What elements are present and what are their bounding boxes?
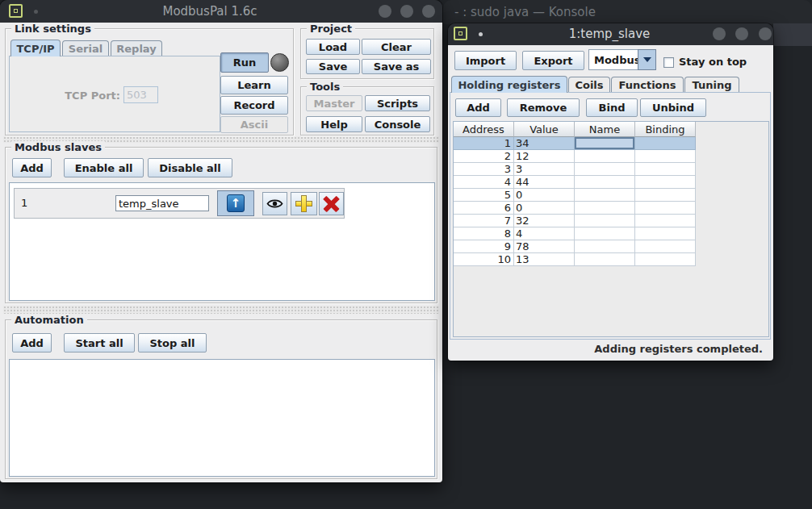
splitter-handle-bottom[interactable] xyxy=(3,306,439,314)
name-cell[interactable] xyxy=(575,150,635,163)
value-cell[interactable]: 34 xyxy=(514,137,575,150)
start-all-button[interactable]: Start all xyxy=(64,333,135,353)
tcp-port-input[interactable] xyxy=(123,86,158,103)
tab-holding-registers[interactable]: Holding registers xyxy=(451,76,567,93)
value-cell[interactable]: 78 xyxy=(514,240,575,253)
automation-add-button[interactable]: Add xyxy=(12,333,52,353)
tab-functions[interactable]: Functions xyxy=(611,77,684,93)
address-cell[interactable]: 5 xyxy=(454,189,514,202)
column-header-name[interactable]: Name xyxy=(575,122,635,137)
combobox-arrow-button[interactable] xyxy=(638,49,656,70)
table-row[interactable]: 50 xyxy=(454,189,696,202)
name-cell[interactable] xyxy=(575,215,635,227)
binding-cell[interactable] xyxy=(635,240,696,253)
export-button[interactable]: Export xyxy=(522,51,584,70)
name-cell[interactable] xyxy=(575,227,635,240)
table-row[interactable]: 212 xyxy=(454,150,696,163)
address-cell[interactable]: 8 xyxy=(454,227,514,240)
binding-cell[interactable] xyxy=(635,163,696,176)
stay-on-top-checkbox[interactable] xyxy=(663,57,674,68)
minimize-button[interactable] xyxy=(379,5,391,18)
save-as-button[interactable]: Save as xyxy=(362,59,431,74)
import-button[interactable]: Import xyxy=(454,51,517,70)
konsole-titlebar[interactable]: - : sudo java — Konsole xyxy=(443,0,812,24)
value-cell[interactable]: 0 xyxy=(514,189,575,202)
value-cell[interactable]: 3 xyxy=(514,163,575,176)
table-row[interactable]: 732 xyxy=(454,215,696,227)
binding-cell[interactable] xyxy=(635,202,696,215)
register-bind-button[interactable]: Bind xyxy=(586,98,638,117)
load-button[interactable]: Load xyxy=(306,39,360,55)
value-cell[interactable]: 0 xyxy=(514,202,575,215)
tab-tuning[interactable]: Tuning xyxy=(684,77,739,93)
register-remove-button[interactable]: Remove xyxy=(507,98,580,117)
table-row[interactable]: 444 xyxy=(454,176,696,189)
binding-cell[interactable] xyxy=(635,137,696,150)
register-unbind-button[interactable]: Unbind xyxy=(640,98,706,117)
slave-row[interactable]: 1 ↑ xyxy=(14,188,345,219)
binding-cell[interactable] xyxy=(635,150,696,163)
binding-cell[interactable] xyxy=(635,215,696,227)
save-button[interactable]: Save xyxy=(306,59,360,74)
disable-all-button[interactable]: Disable all xyxy=(148,158,232,177)
address-cell[interactable]: 6 xyxy=(454,202,514,215)
maximize-button[interactable] xyxy=(735,27,748,40)
enable-all-button[interactable]: Enable all xyxy=(64,158,144,177)
value-cell[interactable]: 13 xyxy=(514,253,575,266)
binding-cell[interactable] xyxy=(635,227,696,240)
slave-titlebar[interactable]: 1:temp_slave xyxy=(448,23,773,45)
close-button[interactable] xyxy=(422,5,435,18)
console-button[interactable]: Console xyxy=(365,116,430,132)
address-cell[interactable]: 3 xyxy=(454,163,514,176)
close-button[interactable] xyxy=(759,27,772,40)
name-cell[interactable] xyxy=(575,240,635,253)
name-cell[interactable] xyxy=(575,163,635,176)
name-cell[interactable] xyxy=(575,202,635,215)
table-row[interactable]: 134 xyxy=(454,137,696,150)
clear-button[interactable]: Clear xyxy=(362,39,431,55)
modbus-mode-combobox[interactable]: Modbus xyxy=(588,49,656,70)
run-button[interactable]: Run xyxy=(220,52,269,73)
value-cell[interactable]: 44 xyxy=(514,176,575,189)
maximize-button[interactable] xyxy=(400,5,413,18)
binding-cell[interactable] xyxy=(635,253,696,266)
table-row[interactable]: 60 xyxy=(454,202,696,215)
tab-serial[interactable]: Serial xyxy=(62,40,109,56)
learn-button[interactable]: Learn xyxy=(220,76,288,94)
value-cell[interactable]: 32 xyxy=(514,215,575,227)
table-row[interactable]: 84 xyxy=(454,227,696,240)
help-button[interactable]: Help xyxy=(306,116,362,132)
table-row[interactable]: 978 xyxy=(454,240,696,253)
delete-slave-button[interactable] xyxy=(319,192,344,215)
binding-cell[interactable] xyxy=(635,189,696,202)
view-slave-button[interactable] xyxy=(262,192,287,215)
table-row[interactable]: 1013 xyxy=(454,253,696,266)
column-header-value[interactable]: Value xyxy=(514,122,575,137)
tab-replay[interactable]: Replay xyxy=(111,40,162,56)
binding-cell[interactable] xyxy=(635,176,696,189)
tab-coils[interactable]: Coils xyxy=(568,77,610,93)
column-header-address[interactable]: Address xyxy=(454,122,514,137)
address-cell[interactable]: 4 xyxy=(454,176,514,189)
address-cell[interactable]: 10 xyxy=(454,253,514,266)
scripts-button[interactable]: Scripts xyxy=(365,95,430,111)
name-cell[interactable] xyxy=(575,253,635,266)
record-button[interactable]: Record xyxy=(220,96,288,115)
tab-tcpip[interactable]: TCP/IP xyxy=(10,40,61,56)
duplicate-slave-button[interactable] xyxy=(291,192,317,215)
address-cell[interactable]: 9 xyxy=(454,240,514,253)
modbuspal-titlebar[interactable]: ModbusPal 1.6c xyxy=(0,0,442,23)
slave-name-input[interactable] xyxy=(115,195,209,211)
slave-enabled-toggle[interactable]: ↑ xyxy=(217,190,254,216)
name-cell[interactable] xyxy=(575,189,635,202)
table-row[interactable]: 33 xyxy=(454,163,696,176)
minimize-button[interactable] xyxy=(713,27,726,40)
name-cell[interactable] xyxy=(575,176,635,189)
address-cell[interactable]: 7 xyxy=(454,215,514,227)
address-cell[interactable]: 1 xyxy=(454,137,514,150)
slave-add-button[interactable]: Add xyxy=(12,158,52,177)
name-cell[interactable] xyxy=(575,137,635,150)
column-header-binding[interactable]: Binding xyxy=(635,122,696,137)
stop-all-button[interactable]: Stop all xyxy=(138,333,207,353)
value-cell[interactable]: 4 xyxy=(514,227,575,240)
